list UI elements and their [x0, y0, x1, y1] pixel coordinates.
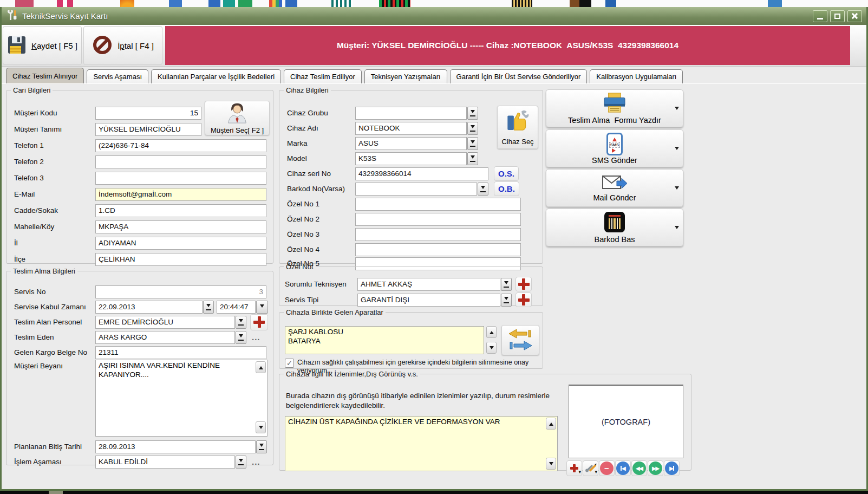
- teknisyen-add-button[interactable]: [515, 277, 532, 291]
- model-input[interactable]: [355, 152, 467, 165]
- kabul-tarihi-input[interactable]: [95, 301, 203, 314]
- ilce-input[interactable]: [95, 253, 266, 266]
- desktop-icon-fragment: [605, 0, 616, 7]
- nav-next-button[interactable]: ▶▶: [648, 460, 663, 476]
- musteri-kodu-input[interactable]: [95, 107, 201, 120]
- ob-button[interactable]: O.B.: [494, 181, 519, 196]
- servis-no-input[interactable]: [95, 285, 266, 298]
- mahalle-input[interactable]: [95, 220, 266, 233]
- model-dropdown-button[interactable]: [467, 152, 478, 165]
- photo-edit-button[interactable]: ▾: [583, 460, 598, 476]
- musteri-tanimi-input[interactable]: [95, 123, 201, 136]
- nav-first-button[interactable]: ◀: [615, 460, 631, 476]
- cancel-button[interactable]: İptal [ F4 ]: [83, 26, 162, 65]
- teslim-eden-more-button[interactable]: ...: [252, 333, 260, 342]
- ozel-no4-label: Özel No 4: [287, 245, 355, 253]
- teslim-formu-yazdir-button[interactable]: Teslim Alma Formu Yazdır: [546, 89, 683, 127]
- ozel-no2-input[interactable]: [355, 213, 521, 226]
- onay-checkbox[interactable]: ✓: [285, 359, 294, 368]
- email-input[interactable]: [95, 188, 266, 201]
- teslim-eden-dropdown-button[interactable]: [236, 331, 246, 344]
- ozel-no3-input[interactable]: [355, 228, 521, 241]
- dropdown-icon: [504, 281, 508, 287]
- photo-remove-button[interactable]: −: [599, 460, 615, 476]
- telefon2-input[interactable]: [95, 155, 266, 168]
- kabul-saati-input[interactable]: [217, 301, 256, 314]
- izlenim-scroll-up-button[interactable]: [546, 418, 556, 430]
- tab-cihaz-teslim-ediliyor[interactable]: Cihaz Teslim Ediliyor: [284, 69, 362, 83]
- tab-servis-asamasi[interactable]: Servis Aşaması: [87, 69, 148, 83]
- musteri-sec-button[interactable]: Müşteri Seç[ F2 ]: [205, 101, 270, 135]
- cihaz-sec-button[interactable]: Cihaz Seç: [497, 106, 538, 149]
- telefon3-input[interactable]: [95, 172, 266, 185]
- cihaz-grubu-input[interactable]: [355, 107, 467, 120]
- bitis-tarihi-dropdown-button[interactable]: [256, 440, 267, 453]
- islem-asamasi-more-button[interactable]: ...: [252, 457, 260, 466]
- beyani-scroll-down-button[interactable]: [256, 421, 266, 433]
- tab-kullanilan-parcalar[interactable]: Kullanılan Parçalar ve İşçilik Bedelleri: [151, 69, 281, 83]
- kabul-tarihi-dropdown-button[interactable]: [203, 301, 214, 314]
- aparatlar-scroll-down-button[interactable]: [486, 342, 497, 354]
- dropdown-icon: [471, 140, 475, 146]
- os-button[interactable]: O.S.: [494, 166, 519, 181]
- cihaz-grubu-dropdown-button[interactable]: [467, 107, 478, 120]
- ozel-no1-label: Özel No 1: [287, 200, 355, 208]
- minimize-button[interactable]: [813, 10, 827, 22]
- kabul-saati-dropdown-button[interactable]: [256, 301, 268, 314]
- tab-content: Cari Bilgileri Müşteri Kodu Müşteri Tanı…: [2, 83, 866, 487]
- nav-prev-button[interactable]: ◀◀: [631, 460, 647, 476]
- marka-input[interactable]: [355, 137, 467, 150]
- sms-gonder-button[interactable]: SMS SMS Gönder: [546, 129, 683, 167]
- maximize-button[interactable]: [830, 10, 845, 22]
- aparatlar-textarea[interactable]: ŞARJ KABLOSU BATARYA: [285, 326, 484, 354]
- il-input[interactable]: [95, 237, 266, 250]
- close-button[interactable]: [847, 10, 862, 22]
- teslim-alan-input[interactable]: [95, 316, 235, 329]
- musteri-beyani-label: Müşteri Beyanı: [14, 362, 95, 370]
- mail-gonder-button[interactable]: Mail Gönder: [546, 169, 683, 207]
- photo-add-button[interactable]: ▾: [566, 460, 582, 476]
- tab-teknisyen-yazismalari[interactable]: Teknisyen Yazışmaları: [364, 69, 447, 83]
- barkod-bas-button[interactable]: Barkod Bas: [546, 209, 683, 246]
- ozel-no1-input[interactable]: [355, 198, 521, 211]
- kargo-no-input[interactable]: [95, 346, 266, 359]
- kargo-no-label: Gelen Kargo Belge No: [14, 348, 95, 356]
- izlenimler-textarea[interactable]: CİHAZIN ÜST KAPAĞINDA ÇİZİKLER VE DEFORM…: [285, 416, 558, 471]
- servis-tipi-dropdown-button[interactable]: [501, 294, 512, 307]
- tab-kalibrasyon[interactable]: Kalibrasyon Uygulamaları: [590, 69, 683, 83]
- nav-last-button[interactable]: ▶: [664, 460, 680, 476]
- barkod-no-input[interactable]: [355, 183, 477, 196]
- teslim-alan-dropdown-button[interactable]: [236, 316, 246, 329]
- islem-asamasi-input[interactable]: [95, 456, 235, 469]
- tab-cihaz-teslim-aliniyor[interactable]: Cihaz Teslim Alınıyor: [6, 68, 84, 83]
- sorumlu-teknisyen-dropdown-button[interactable]: [501, 278, 512, 291]
- ozel-no4-input[interactable]: [355, 243, 521, 256]
- sorumlu-teknisyen-input[interactable]: [357, 278, 500, 291]
- aparatlar-transfer-button[interactable]: [501, 325, 539, 355]
- cihaz-seri-no-input[interactable]: [355, 167, 488, 180]
- save-button[interactable]: Kaydet [ F5 ]: [3, 26, 82, 65]
- cihaz-sec-label: Cihaz Seç: [501, 138, 533, 146]
- cadde-input[interactable]: [95, 204, 266, 217]
- beyani-scroll-up-button[interactable]: [256, 361, 266, 373]
- barkod-no-dropdown-button[interactable]: [478, 183, 488, 196]
- marka-label: Marka: [287, 139, 355, 147]
- aparatlar-scroll-up-button[interactable]: [486, 326, 497, 338]
- izlenim-scroll-down-button[interactable]: [546, 458, 556, 470]
- teslim-alan-add-button[interactable]: [250, 314, 268, 330]
- bitis-tarihi-input[interactable]: [95, 440, 256, 453]
- teslim-eden-input[interactable]: [95, 331, 235, 344]
- photo-nav-bar: ▾ ▾ − ◀ ◀◀ ▶▶ ▶: [566, 460, 680, 476]
- servis-tipi-add-button[interactable]: [515, 292, 532, 307]
- telefon3-label: Telefon 3: [14, 174, 95, 182]
- islem-asamasi-dropdown-button[interactable]: [236, 456, 246, 469]
- mail-icon: [602, 174, 628, 193]
- cihaz-adi-input[interactable]: [355, 122, 467, 135]
- musteri-beyani-textarea[interactable]: AŞIRI ISINMA VAR.KENDİ KENDİNE KAPANIYOR…: [95, 360, 267, 437]
- marka-dropdown-button[interactable]: [467, 137, 478, 150]
- musteri-kodu-label: Müşteri Kodu: [14, 109, 95, 117]
- cihaz-adi-dropdown-button[interactable]: [467, 122, 478, 135]
- telefon1-input[interactable]: [95, 139, 266, 152]
- servis-tipi-input[interactable]: [357, 294, 500, 307]
- tab-garanti-ust-servis[interactable]: Garanti İçin Bir Üst Servise Gönderiliyo…: [450, 69, 588, 83]
